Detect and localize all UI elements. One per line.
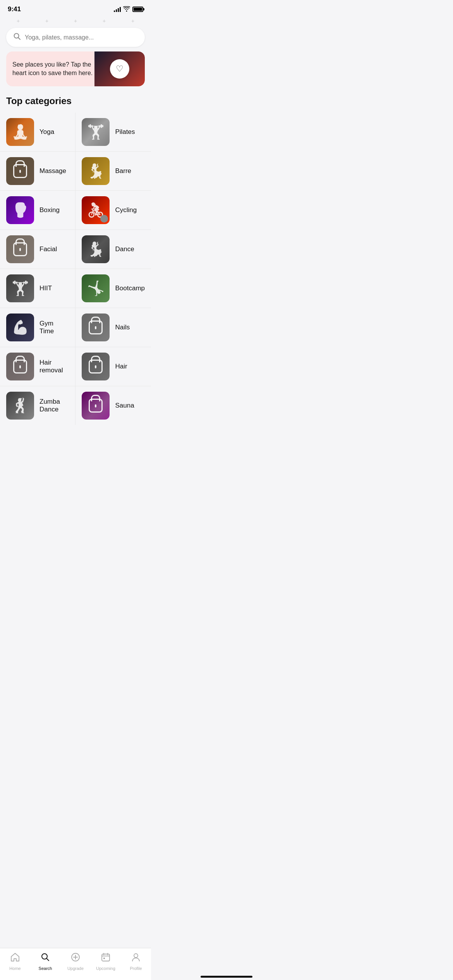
category-label-gymtime: Gym Time [39,320,69,335]
heart-icon: ♡ [110,59,129,79]
category-item-hair[interactable]: Hair [76,347,151,386]
banner-graphic: ♡ [94,51,145,86]
category-thumb-boxing: 🥊 [6,196,34,224]
category-thumb-hair [82,353,110,380]
category-label-massage: Massage [39,167,66,175]
lock-icon [89,399,103,413]
lock-icon [13,164,27,178]
battery-icon [132,7,143,12]
category-item-facial[interactable]: Facial [0,230,75,269]
category-label-hairremoval: Hair removal [39,359,69,374]
search-icon [13,33,21,42]
lock-icon [89,360,103,373]
wifi-icon [123,6,130,13]
category-item-hairremoval[interactable]: Hair removal [0,347,75,386]
category-item-hiit[interactable]: 🏋HIIT [0,269,75,308]
category-thumb-sauna [82,392,110,420]
category-thumb-yoga: 🧘 [6,118,34,146]
category-label-dance: Dance [115,245,134,253]
category-thumb-facial [6,235,34,263]
lock-overlay [6,235,34,263]
category-item-bootcamp[interactable]: 🤸Bootcamp [76,269,151,308]
lock-overlay [6,353,34,380]
lock-overlay [82,353,110,380]
category-item-gymtime[interactable]: 💪Gym Time [0,308,75,347]
category-thumb-gymtime: 💪 [6,314,34,341]
status-time: 9:41 [8,5,21,13]
search-input[interactable] [25,34,138,41]
category-label-facial: Facial [39,245,57,253]
lock-overlay [6,157,34,185]
category-item-yoga[interactable]: 🧘Yoga [0,113,75,151]
category-thumb-hairremoval [6,353,34,380]
category-thumb-barre: 💃 [82,157,110,185]
category-thumb-nails [82,314,110,341]
category-item-boxing[interactable]: 🥊Boxing [0,191,75,230]
signal-icon [114,7,121,12]
category-label-hiit: HIIT [39,284,52,292]
category-item-sauna[interactable]: Sauna [76,386,151,425]
lock-icon [13,242,27,256]
category-thumb-pilates: 🏋 [82,118,110,146]
category-thumb-zumba: 🕺 [6,392,34,420]
category-item-dance[interactable]: 💃Dance [76,230,151,269]
category-thumb-dance: 💃 [82,235,110,263]
lock-overlay [82,314,110,341]
category-thumb-massage [6,157,34,185]
status-icons [114,6,143,13]
section-title: Top categories [0,94,151,113]
category-label-pilates: Pilates [115,128,135,136]
category-label-nails: Nails [115,324,130,331]
lock-icon [13,360,27,373]
category-label-boxing: Boxing [39,206,60,214]
category-item-cycling[interactable]: 🚴Cycling [76,191,151,230]
category-label-sauna: Sauna [115,402,134,409]
lock-overlay [82,392,110,420]
status-bar: 9:41 [0,0,151,16]
banner-text: See places you like? Tap the heart icon … [12,60,98,78]
gray-dot [100,215,108,223]
category-thumb-hiit: 🏋 [6,274,34,302]
search-container [0,26,151,51]
categories-grid: 🧘Yoga🏋PilatesMassage💃Barre🥊Boxing🚴Cyclin… [0,113,151,425]
category-label-barre: Barre [115,167,131,175]
category-label-yoga: Yoga [39,128,54,136]
category-item-massage[interactable]: Massage [0,152,75,190]
category-item-barre[interactable]: 💃Barre [76,152,151,190]
category-item-pilates[interactable]: 🏋Pilates [76,113,151,151]
category-label-cycling: Cycling [115,206,137,214]
category-thumb-cycling: 🚴 [82,196,110,224]
category-item-zumba[interactable]: 🕺Zumba Dance [0,386,75,425]
lock-icon [89,320,103,334]
search-bar[interactable] [6,28,145,47]
category-thumb-bootcamp: 🤸 [82,274,110,302]
decorative-plus-row: +++++ [0,16,151,26]
save-banner: See places you like? Tap the heart icon … [6,51,145,86]
category-label-hair: Hair [115,363,127,370]
category-label-bootcamp: Bootcamp [115,284,145,292]
category-item-nails[interactable]: Nails [76,308,151,347]
svg-point-0 [14,34,19,38]
category-label-zumba: Zumba Dance [39,398,69,413]
